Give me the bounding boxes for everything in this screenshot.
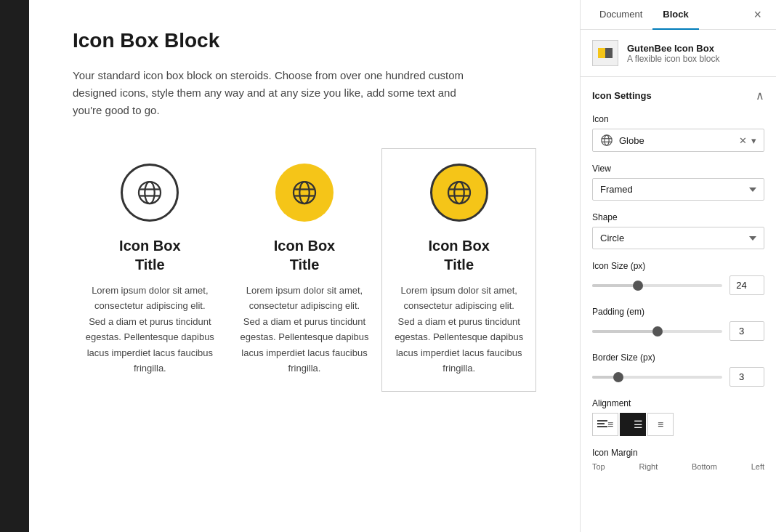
view-field-group: View Default Framed Stacked <box>592 164 764 201</box>
icon-box-2[interactable]: Icon BoxTitle Lorem ipsum dolor sit amet… <box>227 148 382 392</box>
padding-slider-row <box>592 321 764 341</box>
border-size-slider-row <box>592 367 764 387</box>
svg-point-13 <box>605 135 609 145</box>
icon-box-title-2: Icon BoxTitle <box>240 236 370 274</box>
margin-sublabels: Top Right Bottom Left <box>592 462 764 471</box>
svg-point-4 <box>294 182 315 203</box>
alignment-label: Alignment <box>592 398 764 408</box>
border-size-thumb[interactable] <box>613 372 623 382</box>
icon-box-text-1: Lorem ipsum dolor sit amet, consectetur … <box>85 283 215 376</box>
svg-rect-17 <box>597 423 605 424</box>
icon-size-input[interactable] <box>729 275 764 295</box>
border-size-track <box>592 376 722 379</box>
icon-box-text-3: Lorem ipsum dolor sit amet, consectetur … <box>394 283 524 376</box>
margin-right-label: Right <box>639 462 658 471</box>
svg-point-9 <box>454 182 464 203</box>
page-description: Your standard icon box block on steroids… <box>73 67 480 119</box>
right-sidebar: Document Block × GutenBee Icon Box A fle… <box>580 0 776 532</box>
tab-block[interactable]: Block <box>652 0 698 30</box>
align-right-button[interactable]: ≡ <box>647 413 674 436</box>
globe-icon-small <box>600 134 613 147</box>
icon-size-track <box>592 284 722 287</box>
tab-document[interactable]: Document <box>589 0 652 30</box>
icon-clear-button[interactable]: ✕ <box>739 135 747 146</box>
icon-size-field-group: Icon Size (px) <box>592 261 764 295</box>
block-description: A flexible icon box block <box>627 54 719 64</box>
padding-track <box>592 330 722 333</box>
icon-size-slider-row <box>592 275 764 295</box>
section-toggle[interactable]: ∧ <box>756 89 764 102</box>
margin-left-label: Left <box>751 462 764 471</box>
section-header: Icon Settings ∧ <box>592 89 764 102</box>
icon-box-text-2: Lorem ipsum dolor sit amet, consectetur … <box>240 283 370 376</box>
margin-top-label: Top <box>592 462 605 471</box>
border-size-label: Border Size (px) <box>592 352 764 363</box>
icon-select-actions: ✕ ▾ <box>739 135 756 146</box>
view-label: View <box>592 164 764 174</box>
icon-boxes-container: Icon BoxTitle Lorem ipsum dolor sit amet… <box>73 148 536 392</box>
margin-bottom-label: Bottom <box>692 462 717 471</box>
alignment-field-group: Alignment ≡ ☰ ≡ <box>592 398 764 436</box>
icon-select[interactable]: Globe ✕ ▾ <box>592 129 764 152</box>
padding-label: Padding (em) <box>592 307 764 317</box>
icon-size-thumb[interactable] <box>633 281 643 291</box>
icon-margin-label: Icon Margin <box>592 448 764 458</box>
svg-point-5 <box>299 182 310 203</box>
icon-margin-field-group: Icon Margin Top Right Bottom Left <box>592 448 764 471</box>
icon-box-title-1: Icon BoxTitle <box>85 236 215 274</box>
block-icon <box>592 40 618 66</box>
page-title: Icon Box Block <box>73 29 536 52</box>
padding-fill <box>592 330 658 333</box>
icon-box-title-3: Icon BoxTitle <box>394 236 524 274</box>
settings-panel: Icon Settings ∧ Icon Globe ✕ ▾ <box>581 77 776 494</box>
svg-rect-18 <box>597 426 607 427</box>
padding-input[interactable] <box>729 321 764 341</box>
block-icon-graphic <box>598 48 613 58</box>
icon-box-3[interactable]: Icon BoxTitle Lorem ipsum dolor sit amet… <box>381 148 536 392</box>
icon-circle-filled <box>275 164 334 222</box>
svg-point-12 <box>602 135 612 145</box>
block-name: GutenBee Icon Box <box>627 43 719 54</box>
view-select[interactable]: Default Framed Stacked <box>592 178 764 201</box>
icon-size-label: Icon Size (px) <box>592 261 764 271</box>
align-center-button[interactable]: ☰ <box>620 413 646 436</box>
sidebar-tabs: Document Block × <box>581 0 776 30</box>
main-content: Icon Box Block Your standard icon box bl… <box>29 0 580 532</box>
shape-select[interactable]: Square Circle Rounded <box>592 227 764 249</box>
svg-point-8 <box>448 182 470 203</box>
icon-circle-outline <box>121 164 179 222</box>
icon-size-fill <box>592 284 638 287</box>
svg-point-1 <box>145 182 155 203</box>
shape-field-group: Shape Square Circle Rounded <box>592 212 764 249</box>
icon-label: Icon <box>592 114 764 124</box>
icon-field-group: Icon Globe ✕ ▾ <box>592 114 764 152</box>
border-size-input[interactable] <box>729 367 764 387</box>
svg-rect-16 <box>597 420 607 422</box>
icon-circle-filled-border <box>430 164 488 222</box>
icon-dropdown-caret[interactable]: ▾ <box>751 135 756 146</box>
left-sidebar <box>0 0 29 532</box>
icon-box-1[interactable]: Icon BoxTitle Lorem ipsum dolor sit amet… <box>73 148 227 392</box>
svg-point-0 <box>139 182 161 203</box>
padding-field-group: Padding (em) <box>592 307 764 341</box>
block-info: GutenBee Icon Box A flexible icon box bl… <box>581 30 776 77</box>
padding-thumb[interactable] <box>652 326 663 336</box>
alignment-group: ≡ ☰ ≡ <box>592 413 764 436</box>
section-title: Icon Settings <box>592 90 652 101</box>
icon-select-value: Globe <box>619 135 733 146</box>
shape-label: Shape <box>592 212 764 222</box>
align-left-button[interactable]: ≡ <box>592 413 618 436</box>
block-info-text: GutenBee Icon Box A flexible icon box bl… <box>627 43 719 64</box>
border-size-field-group: Border Size (px) <box>592 352 764 387</box>
close-button[interactable]: × <box>748 5 767 24</box>
